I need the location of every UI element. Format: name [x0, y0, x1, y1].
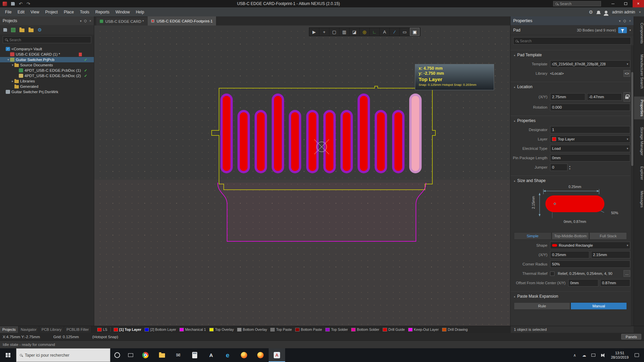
route-tool-icon[interactable]: ∟ — [370, 28, 380, 36]
layer-tab-mechanical-1[interactable]: Mechanical 1 — [178, 326, 208, 333]
panel-tab-messages[interactable]: Messages — [634, 188, 644, 210]
location-y-input[interactable] — [587, 93, 622, 101]
save-project-icon[interactable] — [3, 28, 7, 32]
menu-place[interactable]: Place — [61, 7, 77, 16]
tree-item-guitar-switcher-prj-dsnwrk[interactable]: Guitar Switcher Prj.DsnWrk — [0, 89, 94, 95]
menu-edit[interactable]: Edit — [14, 7, 28, 16]
text-tool-icon[interactable]: A — [380, 28, 390, 36]
mode-full-stack[interactable]: Full Stack — [589, 232, 627, 240]
tree-item-guitar-switcher-prjpcb[interactable]: ▾Guitar Switcher.PrjPcb✓ — [0, 57, 94, 62]
size-x-input[interactable] — [550, 251, 589, 258]
tray-expand-icon[interactable]: ∧ — [571, 353, 579, 358]
maximize-button[interactable] — [620, 0, 631, 7]
room-tool-icon[interactable]: ▣ — [410, 28, 420, 36]
taskbar-mail[interactable]: ✉ — [170, 348, 186, 362]
close-button[interactable]: × — [633, 0, 644, 7]
panel-pin-icon[interactable] — [84, 20, 87, 22]
panel-pin-icon[interactable] — [624, 20, 626, 22]
panel-tab-explorer[interactable]: Explorer — [634, 163, 644, 183]
save-icon[interactable] — [11, 2, 15, 6]
panel-tab-projects[interactable]: Projects — [0, 326, 18, 333]
filter-chevron-icon[interactable]: ▾ — [629, 28, 631, 32]
taskbar-altium-nexus[interactable]: A — [269, 348, 285, 362]
panel-tab-storage-manager[interactable]: Storage Manager — [634, 124, 644, 159]
layer-tab-drill-guide[interactable]: Drill Guide — [381, 326, 407, 333]
designator-input[interactable] — [550, 126, 630, 133]
user-avatar-icon[interactable] — [605, 11, 607, 13]
thermal-relief-checkbox[interactable] — [550, 272, 554, 276]
section-size-and-shape[interactable]: ▴ Size and Shape — [511, 176, 630, 184]
taskbar-altium-designer[interactable]: A — [203, 348, 219, 362]
size-y-input[interactable] — [591, 251, 630, 258]
polygon-pour-icon[interactable]: ◪ — [350, 28, 360, 36]
panel-tab-manufacturer-search[interactable]: Manufacturer Search — [634, 51, 644, 92]
compile-icon[interactable] — [11, 28, 15, 32]
panel-tab-properties[interactable]: Properties — [634, 97, 644, 119]
paste-mask-manual-button[interactable]: Manual — [571, 302, 627, 310]
doc-tab-usb-c-edge-card[interactable]: USB-C EDGE CARD * — [96, 17, 147, 25]
taskbar-firefox-2[interactable] — [252, 348, 269, 362]
menu-project[interactable]: Project — [42, 7, 61, 16]
doc-tab-usb-c-edge-card-footprint-1[interactable]: USB-C EDGE CARD-Footprint-1 — [148, 16, 216, 25]
taskbar-clock[interactable]: 13:51 28/10/2019 — [608, 351, 631, 360]
tree-item-usb-c-edge-card-1[interactable]: USB-C EDGE CARD (1) * — [0, 52, 94, 57]
expand-icon[interactable]: ▾ — [6, 58, 10, 61]
filter-button[interactable] — [618, 27, 627, 33]
location-x-input[interactable] — [550, 93, 585, 101]
task-view-button[interactable] — [124, 348, 137, 362]
layer-tab-keep-out-layer[interactable]: Keep-Out Layer — [407, 326, 440, 333]
mode-simple[interactable]: Simple — [514, 232, 551, 240]
cortana-button[interactable] — [110, 348, 124, 362]
panel-chevron-icon[interactable]: ▾ — [80, 19, 82, 23]
properties-search-input[interactable] — [520, 39, 629, 43]
panel-close-icon[interactable]: × — [629, 19, 631, 23]
minimize-button[interactable] — [607, 0, 619, 7]
taskbar-edge[interactable]: e — [219, 348, 236, 362]
section-pad-template[interactable]: ▴ Pad Template — [511, 50, 630, 58]
panel-chevron-icon[interactable]: ▾ — [619, 19, 621, 23]
taskbar-chrome[interactable] — [137, 348, 154, 362]
menu-help[interactable]: Help — [133, 7, 147, 16]
tree-item-company-vault[interactable]: <Company> Vault — [0, 46, 94, 52]
pin-package-length-input[interactable] — [550, 154, 630, 162]
layer-tab-top-overlay[interactable]: Top Overlay — [208, 326, 235, 333]
tree-item-generated[interactable]: Generated — [0, 84, 94, 89]
expand-icon[interactable]: ▾ — [11, 63, 14, 67]
project-settings-icon[interactable]: ⚙ — [38, 27, 42, 32]
layer-set-selector[interactable]: LS — [96, 326, 109, 333]
layer-tab-bottom-overlay[interactable]: Bottom Overlay — [235, 326, 269, 333]
panel-tab-components[interactable]: Components — [634, 20, 644, 47]
via-tool-icon[interactable]: ◎ — [360, 28, 370, 36]
add-folder-icon[interactable] — [29, 28, 34, 32]
tree-item-4pdt-usb-c-edge-pcbdoc-1[interactable]: 4PDT_USB-C EDGE.PcbDoc (1)✓ — [0, 68, 94, 73]
menu-tools[interactable]: Tools — [77, 7, 92, 16]
taskbar-calculator[interactable] — [186, 348, 203, 362]
offset-y-input[interactable] — [600, 279, 630, 287]
menu-reports[interactable]: Reports — [92, 7, 112, 16]
shape-dropdown[interactable]: Rounded Rectangle ▾ — [550, 242, 630, 249]
onedrive-cloud-icon[interactable]: ☁ — [580, 353, 588, 358]
layer-tab-top-paste[interactable]: Top Paste — [269, 326, 293, 333]
menu-view[interactable]: View — [28, 7, 42, 16]
layer-tab-bottom-paste[interactable]: Bottom Paste — [293, 326, 324, 333]
taskbar-firefox[interactable] — [236, 348, 252, 362]
properties-scrollbar[interactable] — [631, 45, 634, 326]
notifications-bell-icon[interactable] — [597, 11, 600, 13]
user-name[interactable]: admin admin — [612, 10, 635, 14]
layer-tab-1-top-layer[interactable]: [1] Top Layer — [112, 326, 143, 333]
start-button[interactable] — [0, 348, 16, 362]
fill-tool-icon[interactable]: ▭ — [400, 28, 410, 36]
taskbar-file-explorer[interactable] — [154, 348, 170, 362]
panel-close-icon[interactable]: × — [89, 19, 91, 23]
tree-item-libraries[interactable]: ▸Libraries — [0, 78, 94, 84]
rotation-input[interactable] — [550, 104, 630, 111]
lock-icon[interactable] — [624, 92, 630, 102]
projects-search[interactable] — [3, 36, 91, 43]
volume-icon[interactable] — [599, 354, 607, 357]
expand-icon[interactable]: ▸ — [11, 79, 14, 83]
menu-window[interactable]: Window — [112, 7, 133, 16]
paste-mask-rule-button[interactable]: Rule — [514, 302, 570, 310]
panel-tab-pcblib-filter[interactable]: PCBLIB Filter — [64, 326, 92, 333]
pcb-canvas[interactable]: ▶+▢▥◪◎∟A∕▭▣ x: 4.750 mm y: -2.750 mm Top… — [94, 25, 510, 326]
titlebar-search[interactable]: Search — [553, 1, 601, 6]
